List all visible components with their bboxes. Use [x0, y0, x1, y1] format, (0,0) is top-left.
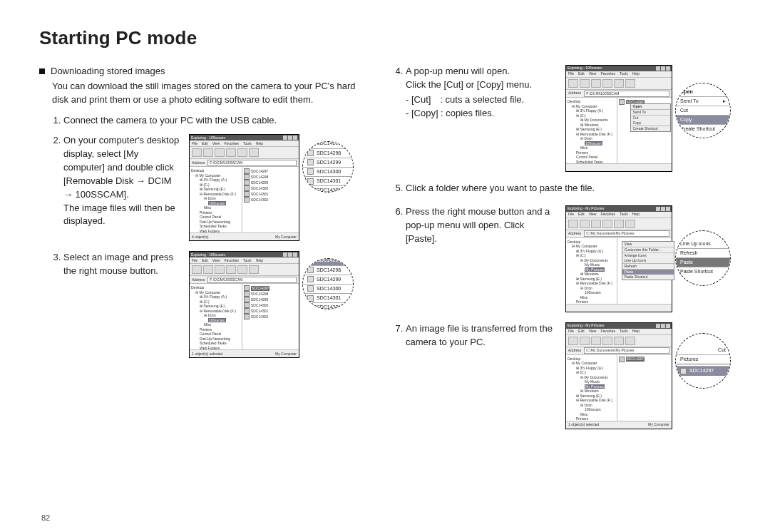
page-number: 82 — [41, 513, 50, 522]
left-column: Downloading stored images You can downlo… — [39, 65, 370, 439]
explorer-window-step2: Exploring - 100sscam FileEditViewFavorit… — [189, 134, 299, 241]
step-7: An image file is transferred from the ca… — [406, 322, 554, 349]
page-title: Starting PC mode — [39, 27, 731, 49]
explorer-window-step3: Exploring - 100sscam FileEditViewFavorit… — [189, 251, 299, 358]
step-5: Click a folder where you want to paste t… — [406, 182, 731, 195]
explorer-window-step4: Exploring - 100sscam FileEditViewFavorit… — [565, 65, 672, 172]
section-title: Downloading stored images — [51, 65, 165, 78]
step-1: Connect the camera to your PC with the U… — [63, 114, 370, 128]
right-column: A pop-up menu will open. Click the [Cut]… — [390, 65, 731, 439]
callout-transfer: Cut Pictures SDC14297 — [675, 333, 731, 389]
explorer-window-step6: Exploring - My Pictures FileEditViewFavo… — [565, 205, 672, 312]
callout-filelist: SDC14297 SDC14298 SDC14299 SDC14300 SDC1… — [302, 141, 354, 193]
explorer-window-step7: Exploring - My Pictures FileEditViewFavo… — [565, 322, 672, 429]
step-2: On your computer's desktop display, sele… — [63, 134, 182, 228]
bullet-square-icon — [39, 68, 45, 74]
step-6: Press the right mouse button and a pop-u… — [406, 205, 554, 246]
intro-text: You can download the still images stored… — [52, 80, 370, 107]
step-3: Select an image and press the right mous… — [63, 251, 182, 278]
callout-cutcopy: Open Send To▸ Cut Copy Create Shortcut — [675, 83, 731, 138]
step-4: A pop-up menu will open. Click the [Cut]… — [406, 65, 554, 120]
callout-selected: SDC14297 SDC14298 SDC14299 SDC14300 SDC1… — [302, 258, 354, 310]
callout-paste: Line Up Icons Refresh Paste Paste Shortc… — [675, 230, 731, 286]
